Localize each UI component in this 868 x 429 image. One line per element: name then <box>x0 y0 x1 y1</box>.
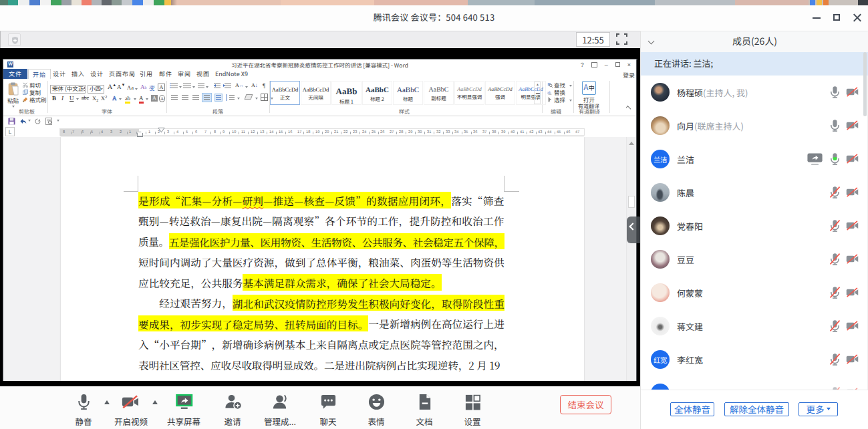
svg-text:ab: ab <box>547 91 551 95</box>
